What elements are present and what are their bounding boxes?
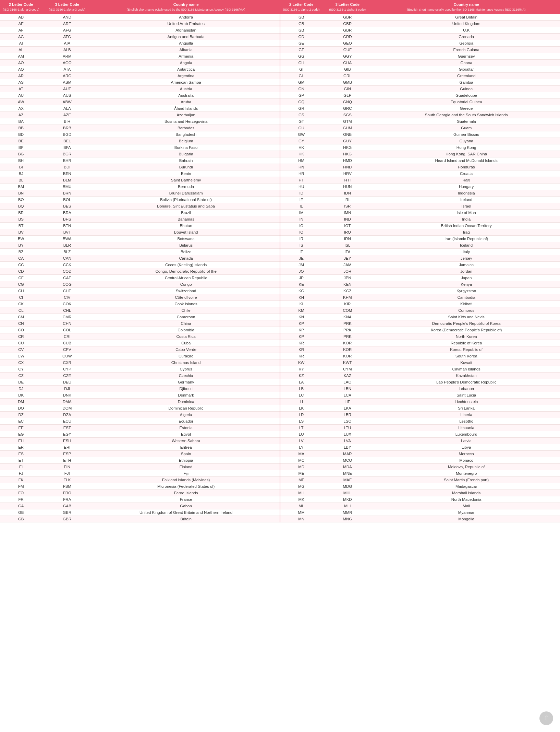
table-row: FIFINFinland xyxy=(0,463,280,470)
cell-name: Democratic People's Republic of Korea xyxy=(373,320,560,327)
cell-2letter: AW xyxy=(0,98,42,105)
cell-3letter: GNB xyxy=(322,131,373,138)
cell-2letter: MF xyxy=(280,476,322,483)
cell-name: Lao People's Democratic Republic xyxy=(373,379,560,385)
table-row: DJDJIDjibouti xyxy=(0,385,280,392)
cell-name: Fiji xyxy=(92,470,280,476)
cell-2letter: DK xyxy=(0,392,42,398)
cell-3letter: IDN xyxy=(322,190,373,196)
cell-name: Marshall Islands xyxy=(373,489,560,496)
cell-2letter: DO xyxy=(0,405,42,411)
cell-name: Australia xyxy=(92,92,280,98)
table-row: EHESHWestern Sahara xyxy=(0,437,280,444)
cell-3letter: MDG xyxy=(322,483,373,489)
cell-name: Brazil xyxy=(92,209,280,216)
cell-name: South Georgia and the South Sandwich Isl… xyxy=(373,111,560,118)
cell-name: Saint Lucia xyxy=(373,392,560,398)
table-row: BABIHBosnia and Herzegovina xyxy=(0,118,280,125)
cell-3letter: IMN xyxy=(322,209,373,216)
cell-3letter: LBN xyxy=(322,385,373,392)
cell-2letter: AD xyxy=(0,14,42,21)
cell-3letter: LIE xyxy=(322,398,373,405)
cell-2letter: BS xyxy=(0,216,42,222)
cell-2letter: IS xyxy=(280,242,322,248)
cell-3letter: FLK xyxy=(42,476,92,483)
cell-2letter: LU xyxy=(280,431,322,437)
cell-3letter: LTU xyxy=(322,424,373,431)
cell-2letter: CZ xyxy=(0,372,42,379)
cell-3letter: BES xyxy=(42,203,92,209)
cell-2letter: GU xyxy=(280,125,322,131)
cell-3letter: ATA xyxy=(42,66,92,72)
table-row: MEMNEMontenegro xyxy=(280,470,560,476)
cell-name: Saint Barthélemy xyxy=(92,177,280,183)
table-row: KEKENKenya xyxy=(280,281,560,287)
table-row: MNMNGMongolia xyxy=(280,516,560,522)
cell-3letter: CAN xyxy=(42,255,92,261)
table-row: GYGUYGuyana xyxy=(280,138,560,144)
cell-name: Kyrgyzstan xyxy=(373,287,560,294)
cell-2letter: HR xyxy=(280,170,322,177)
cell-name: Comoros xyxy=(373,307,560,314)
cell-2letter: EG xyxy=(0,431,42,437)
cell-name: Guinea-Bissau xyxy=(373,131,560,138)
cell-2letter: GH xyxy=(280,59,322,66)
cell-2letter: EE xyxy=(0,424,42,431)
cell-2letter: KM xyxy=(280,307,322,314)
cell-name: Falkland Islands (Malvinas) xyxy=(92,476,280,483)
cell-3letter: LKA xyxy=(322,405,373,411)
table-row: DKDNKDenmark xyxy=(0,392,280,398)
cell-2letter: AL xyxy=(0,46,42,53)
cell-name: Iran (Islamic Republic of) xyxy=(373,235,560,242)
cell-name: Bangladesh xyxy=(92,131,280,138)
cell-name: Iraq xyxy=(373,229,560,235)
cell-name: Monaco xyxy=(373,457,560,463)
cell-2letter: LT xyxy=(280,424,322,431)
table-row: GAGABGabon xyxy=(0,503,280,509)
table-row: CICIVCôte d'Ivoire xyxy=(0,294,280,300)
cell-name: Burkina Faso xyxy=(92,144,280,151)
cell-name: Benin xyxy=(92,170,280,177)
cell-name: Saint Kitts and Nevis xyxy=(373,314,560,320)
table-row: HMHMDHeard Island and McDonald Islands xyxy=(280,157,560,164)
cell-3letter: LBR xyxy=(322,411,373,418)
cell-2letter: KR xyxy=(280,340,322,346)
cell-name: Curaçao xyxy=(92,353,280,359)
cell-name: Ethiopia xyxy=(92,457,280,463)
cell-3letter: BEN xyxy=(42,170,92,177)
cell-3letter: CRI xyxy=(42,333,92,340)
cell-name: Ghana xyxy=(373,59,560,66)
table-row: IEIRLIreland xyxy=(280,196,560,203)
table-row: GWGNBGuinea-Bissau xyxy=(280,131,560,138)
cell-2letter: KN xyxy=(280,314,322,320)
cell-name: Iceland xyxy=(373,242,560,248)
cell-3letter: DMA xyxy=(42,398,92,405)
table-row: AWABWAruba xyxy=(0,98,280,105)
table-row: AFAFGAfghanistan xyxy=(0,27,280,33)
table-row: ASASMAmerican Samoa xyxy=(0,79,280,85)
cell-name: Bhutan xyxy=(92,222,280,229)
cell-3letter: ARG xyxy=(42,72,92,79)
cell-2letter: BI xyxy=(0,164,42,170)
cell-3letter: GBR xyxy=(322,27,373,33)
cell-3letter: LCA xyxy=(322,392,373,398)
cell-3letter: BWA xyxy=(42,235,92,242)
cell-2letter: KY xyxy=(280,366,322,372)
cell-3letter: KEN xyxy=(322,281,373,287)
main-container: 2 Letter Code (ISO 3166-1 alpha-2 code) … xyxy=(0,0,560,522)
cell-3letter: COL xyxy=(42,327,92,333)
table-row: GUGUMGuam xyxy=(280,125,560,131)
cell-3letter: LBY xyxy=(322,444,373,450)
cell-3letter: JAM xyxy=(322,261,373,268)
cell-2letter: AS xyxy=(0,79,42,85)
table-row: KGKGZKyrgyzstan xyxy=(280,287,560,294)
table-row: LKLKASri Lanka xyxy=(280,405,560,411)
cell-name: China xyxy=(92,320,280,327)
cell-3letter: GBR xyxy=(322,20,373,27)
cell-2letter: MM xyxy=(280,509,322,516)
table-row: BMBMUBermuda xyxy=(0,183,280,190)
cell-name: Sri Lanka xyxy=(373,405,560,411)
cell-name: Botswana xyxy=(92,235,280,242)
cell-2letter: BT xyxy=(0,222,42,229)
cell-2letter: IN xyxy=(280,216,322,222)
